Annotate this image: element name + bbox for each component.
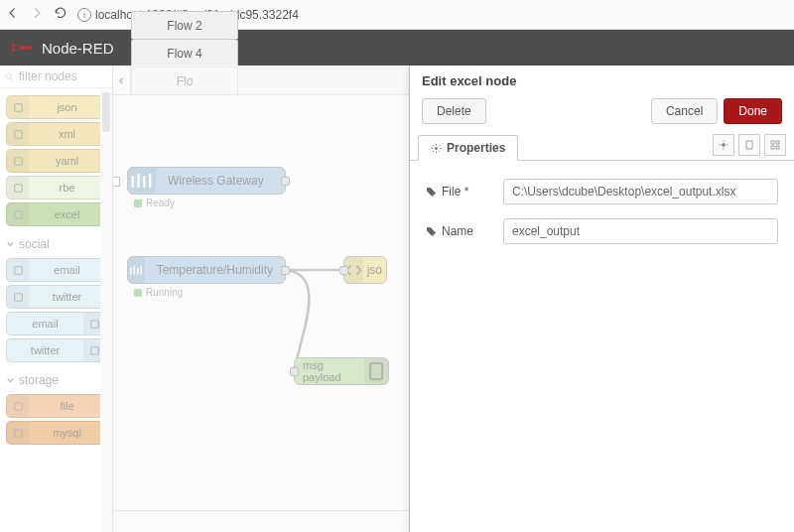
node-port-in[interactable] xyxy=(290,367,299,376)
flow-tab[interactable]: Flow 4 xyxy=(131,39,238,66)
info-icon: i xyxy=(77,8,91,22)
palette-search[interactable] xyxy=(0,66,112,88)
doc-icon xyxy=(743,139,755,151)
chevron-down-icon xyxy=(6,240,15,249)
svg-rect-14 xyxy=(14,429,22,437)
search-icon xyxy=(4,71,15,82)
svg-rect-15 xyxy=(370,363,382,379)
svg-rect-10 xyxy=(14,293,22,301)
palette-node-json[interactable]: json xyxy=(6,95,106,119)
svg-rect-19 xyxy=(771,141,774,144)
radio-icon xyxy=(128,257,145,283)
cancel-button[interactable]: Cancel xyxy=(651,98,718,124)
node-type-icon xyxy=(7,422,29,444)
app-title: Node-RED xyxy=(42,40,114,57)
palette-node-email[interactable]: email xyxy=(6,312,106,335)
delete-button[interactable]: Delete xyxy=(422,98,486,124)
back-icon[interactable] xyxy=(6,6,20,23)
palette-node-xml[interactable]: xml xyxy=(6,122,106,146)
svg-rect-5 xyxy=(14,130,22,138)
svg-rect-7 xyxy=(14,184,22,192)
palette-node-file[interactable]: file xyxy=(6,394,106,418)
forward-icon[interactable] xyxy=(30,6,44,23)
svg-rect-18 xyxy=(746,141,752,149)
node-settings-button[interactable] xyxy=(713,134,734,156)
node-wireless-gateway[interactable]: Wireless Gateway Ready xyxy=(127,167,286,195)
svg-rect-13 xyxy=(14,402,22,410)
palette-search-input[interactable] xyxy=(19,69,88,83)
node-port-out[interactable] xyxy=(281,266,290,275)
node-status: Ready xyxy=(134,198,175,208)
node-port-in[interactable] xyxy=(339,266,348,275)
node-type-icon xyxy=(7,150,29,172)
node-info-button[interactable] xyxy=(738,134,760,156)
done-button[interactable]: Done xyxy=(724,98,782,124)
node-port-out[interactable] xyxy=(281,177,290,186)
svg-point-0 xyxy=(12,44,16,48)
node-type-icon xyxy=(7,177,29,199)
edit-node-tray: Edit excel node Delete Cancel Done Prope… xyxy=(409,66,794,532)
node-appearance-button[interactable] xyxy=(764,134,786,156)
node-type-icon xyxy=(7,203,29,225)
svg-point-1 xyxy=(12,49,16,53)
node-msg-payload[interactable]: msg payload xyxy=(294,357,389,385)
node-type-icon xyxy=(7,286,29,308)
chevron-down-icon xyxy=(6,376,15,385)
tag-icon xyxy=(426,187,437,198)
node-type-icon xyxy=(7,96,29,118)
palette-sidebar: jsonxmlyamlrbeexcel social emailtwittere… xyxy=(0,66,113,532)
palette-category-storage[interactable]: storage xyxy=(0,365,112,391)
svg-rect-9 xyxy=(14,266,22,274)
node-type-icon xyxy=(7,395,29,417)
palette-node-mysql[interactable]: mysql xyxy=(6,421,106,445)
svg-point-17 xyxy=(723,144,726,147)
browser-toolbar: i localhost:1880/#flow/21addc95.3322f4 xyxy=(0,0,794,30)
debug-icon xyxy=(364,358,388,384)
svg-rect-2 xyxy=(20,46,32,50)
svg-rect-21 xyxy=(771,146,774,149)
flow-tab[interactable]: Flo xyxy=(131,66,238,94)
palette-category-social[interactable]: social xyxy=(0,229,112,255)
radio-icon xyxy=(128,168,156,194)
file-label: File * xyxy=(426,185,495,199)
palette-node-twitter[interactable]: twitter xyxy=(6,285,106,309)
palette-scrollbar[interactable] xyxy=(100,88,112,532)
nodered-logo-icon xyxy=(10,41,34,55)
svg-point-16 xyxy=(435,147,438,150)
svg-rect-11 xyxy=(90,320,98,328)
tabs-scroll-left[interactable] xyxy=(113,66,131,94)
svg-rect-20 xyxy=(776,141,779,144)
svg-rect-8 xyxy=(14,210,22,218)
node-json[interactable]: jso xyxy=(343,256,387,284)
node-type-icon xyxy=(7,259,29,281)
svg-rect-4 xyxy=(14,103,22,111)
gear-icon xyxy=(718,139,729,151)
app-header: Node-RED xyxy=(0,30,794,66)
tag-icon xyxy=(426,226,437,237)
file-input[interactable] xyxy=(503,179,778,204)
tab-properties[interactable]: Properties xyxy=(418,135,518,161)
node-select-handle[interactable] xyxy=(113,177,120,187)
svg-point-3 xyxy=(6,72,12,78)
palette-node-twitter[interactable]: twitter xyxy=(6,338,106,362)
palette-node-excel[interactable]: excel xyxy=(6,202,106,226)
flow-tab[interactable]: Flow 2 xyxy=(131,11,238,39)
svg-rect-22 xyxy=(776,146,779,149)
node-type-icon xyxy=(7,123,29,145)
palette-node-yaml[interactable]: yaml xyxy=(6,149,106,173)
palette-node-email[interactable]: email xyxy=(6,258,106,282)
node-temperature-humidity[interactable]: Temperature/Humidity Running xyxy=(127,256,286,284)
grid-icon xyxy=(769,139,781,151)
node-status: Running xyxy=(134,287,183,298)
svg-rect-6 xyxy=(14,157,22,165)
gear-icon xyxy=(431,143,442,154)
tray-title: Edit excel node xyxy=(410,66,794,94)
svg-rect-12 xyxy=(90,346,98,354)
reload-icon[interactable] xyxy=(54,6,67,23)
palette-node-rbe[interactable]: rbe xyxy=(6,176,106,200)
name-input[interactable] xyxy=(503,218,778,244)
name-label: Name xyxy=(426,224,495,238)
